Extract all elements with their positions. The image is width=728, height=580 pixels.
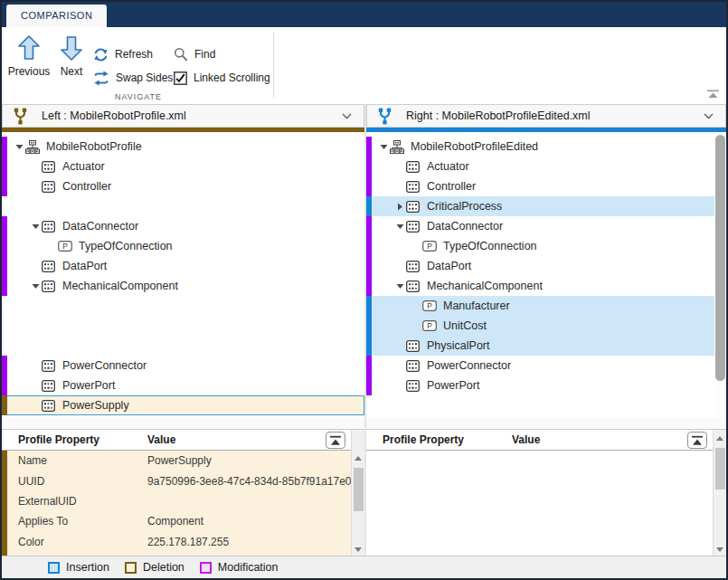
scroll-down-icon[interactable] <box>355 547 362 552</box>
refresh-icon <box>93 47 109 62</box>
tree-item-controller[interactable]: Controller <box>366 176 726 196</box>
legend-label: Insertion <box>66 561 109 574</box>
change-marker-modification <box>2 376 7 395</box>
find-button[interactable]: Find <box>174 45 215 63</box>
expander-icon[interactable] <box>13 144 25 150</box>
tree-item-typeofconnection[interactable]: PTypeOfConnection <box>2 236 364 256</box>
stereotype-icon <box>406 360 425 372</box>
tree-item-powerport[interactable]: PowerPort <box>366 376 726 395</box>
tree-row-blank <box>2 316 364 336</box>
change-marker-modification <box>2 216 7 236</box>
left-table-body: NamePowerSupplyUUID9a750996-3ee8-47c4-83… <box>2 451 351 556</box>
svg-text:P: P <box>62 242 68 251</box>
left-file-label: Left : MobileRobotProfile.xml <box>42 109 186 122</box>
legend-item-modification: Modification <box>200 561 279 574</box>
property-row[interactable]: UUID9a750996-3ee8-47c4-834d-85b7f91a17e0 <box>2 471 351 490</box>
change-marker-modification <box>366 157 372 176</box>
scrollbar-thumb[interactable] <box>715 135 725 381</box>
property-row[interactable]: NamePowerSupply <box>2 451 351 471</box>
tree-item-label: TypeOfConnection <box>79 240 173 252</box>
tree-item-mechanicalcomponent[interactable]: MechanicalComponent <box>366 276 726 296</box>
change-marker-modification <box>2 236 7 256</box>
tree-item-dataconnector[interactable]: DataConnector <box>366 216 726 236</box>
scrollbar-thumb[interactable] <box>715 448 725 490</box>
linked-scrolling-checkbox[interactable]: Linked Scrolling <box>174 69 270 87</box>
tree-item-mobilerobotprofile[interactable]: MobileRobotProfile <box>2 137 364 157</box>
change-marker-modification <box>2 176 7 196</box>
expander-icon[interactable] <box>393 203 406 211</box>
right-file-selector[interactable]: Right : MobileRobotProfileEdited.xml <box>366 104 726 128</box>
tree-item-powersupply[interactable]: PowerSupply <box>2 395 364 415</box>
title-bar: COMPARISON <box>2 2 726 27</box>
property-row[interactable]: Color225.178.187.255 <box>2 532 351 552</box>
right-table-header: Profile Property Value <box>366 430 726 451</box>
property-icon: P <box>422 320 441 331</box>
tree-item-label: DataPort <box>62 260 107 272</box>
left-tree: MobileRobotProfileActuatorControllerData… <box>2 132 364 417</box>
tree-item-label: MechanicalComponent <box>62 280 178 292</box>
property-row[interactable]: Applies ToComponent <box>2 511 351 531</box>
scroll-up-icon[interactable] <box>716 436 723 441</box>
tree-item-powerconnector[interactable]: PowerConnector <box>2 356 364 376</box>
tree-item-mechanicalcomponent[interactable]: MechanicalComponent <box>2 276 364 296</box>
collapse-panel-button[interactable] <box>687 432 707 449</box>
tree-item-criticalprocess[interactable]: CriticalProcess <box>366 196 726 216</box>
change-marker-modification <box>366 216 372 236</box>
svg-text:P: P <box>427 242 432 251</box>
refresh-button[interactable]: Refresh <box>93 45 153 63</box>
change-marker-modification <box>366 356 372 376</box>
property-name: Color <box>2 536 147 548</box>
chevron-down-icon[interactable] <box>704 113 714 119</box>
tree-item-powerport[interactable]: PowerPort <box>2 376 364 395</box>
scroll-up-icon[interactable] <box>355 456 362 461</box>
tree-item-physicalport[interactable]: PhysicalPort <box>366 336 726 356</box>
collapse-panel-icon <box>691 435 704 446</box>
column-header-property[interactable]: Profile Property <box>366 433 512 446</box>
expander-icon[interactable] <box>393 283 406 290</box>
tree-item-powerconnector[interactable]: PowerConnector <box>366 356 726 376</box>
profile-icon <box>390 140 409 154</box>
property-value: 225.178.187.255 <box>147 536 351 548</box>
tree-item-dataconnector[interactable]: DataConnector <box>2 216 364 236</box>
collapse-panel-button[interactable] <box>326 432 345 449</box>
expander-icon[interactable] <box>377 144 390 150</box>
previous-label: Previous <box>8 65 51 78</box>
scroll-down-icon[interactable] <box>716 547 723 552</box>
tree-item-label: DataConnector <box>62 220 138 233</box>
right-table-scrollbar[interactable] <box>713 430 726 556</box>
tree-item-manufacturer[interactable]: PManufacturer <box>366 296 726 316</box>
tree-row-blank <box>2 296 364 316</box>
next-button[interactable]: Next <box>52 34 90 78</box>
tab-comparison[interactable]: COMPARISON <box>6 5 107 27</box>
tree-item-dataport[interactable]: DataPort <box>366 256 726 276</box>
chevron-down-icon[interactable] <box>342 113 352 119</box>
tree-item-controller[interactable]: Controller <box>2 176 364 196</box>
column-header-property[interactable]: Profile Property <box>2 433 147 446</box>
right-tree-scrollbar[interactable] <box>714 133 726 416</box>
collapse-ribbon-button[interactable] <box>706 86 720 102</box>
tree-item-dataport[interactable]: DataPort <box>2 256 364 276</box>
tree-item-unitcost[interactable]: PUnitCost <box>366 316 726 336</box>
change-marker-insertion <box>366 336 372 356</box>
ribbon-section-divider <box>273 33 274 98</box>
property-row[interactable]: ExternalUID <box>2 491 351 511</box>
row-indent <box>366 246 410 247</box>
refresh-label: Refresh <box>115 48 153 61</box>
tree-item-actuator[interactable]: Actuator <box>366 157 726 176</box>
scrollbar-thumb[interactable] <box>354 468 364 511</box>
expander-icon[interactable] <box>29 283 42 290</box>
tree-item-actuator[interactable]: Actuator <box>2 157 364 176</box>
swap-sides-button[interactable]: Swap Sides <box>93 69 173 87</box>
legend-label: Modification <box>218 561 279 574</box>
change-marker-modification <box>366 276 372 296</box>
tree-item-label: Actuator <box>62 160 105 173</box>
tree-item-mobilerobotprofileedited[interactable]: MobileRobotProfileEdited <box>366 137 726 157</box>
expander-icon[interactable] <box>29 223 42 230</box>
left-table-scrollbar[interactable] <box>351 430 364 556</box>
expander-icon[interactable] <box>393 223 406 230</box>
tree-item-typeofconnection[interactable]: PTypeOfConnection <box>366 236 726 256</box>
tree-item-label: PhysicalPort <box>427 339 489 352</box>
previous-button[interactable]: Previous <box>5 34 52 78</box>
stereotype-icon <box>42 380 61 392</box>
left-file-selector[interactable]: Left : MobileRobotProfile.xml <box>2 104 364 128</box>
